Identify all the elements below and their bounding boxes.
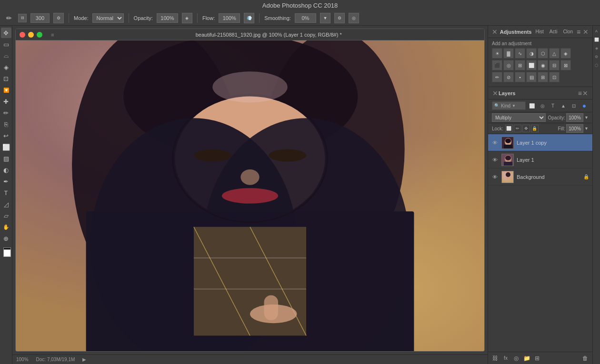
delete-layer-icon[interactable]: 🗑 <box>581 354 590 363</box>
add-fx-icon[interactable]: fx <box>501 354 510 363</box>
adj-pattern-icon[interactable]: ⊞ <box>538 72 548 82</box>
tool-wand[interactable]: ◈ <box>1 62 11 72</box>
far-right-icon-4[interactable]: ⚙ <box>593 53 600 60</box>
layers-list[interactable]: 👁 Layer 1 copy 👁 <box>488 134 592 352</box>
adj-bw-icon[interactable]: ⬛ <box>492 60 502 70</box>
tool-gradient[interactable]: ▨ <box>1 153 11 164</box>
lock-position-icon[interactable]: ✥ <box>522 125 530 132</box>
window-close-btn[interactable] <box>20 32 25 38</box>
tool-history-brush[interactable]: ↩ <box>1 130 11 141</box>
tool-heal[interactable]: ✚ <box>1 96 11 107</box>
opacity-dropdown[interactable]: ▼ <box>584 115 589 120</box>
tool-select-rect[interactable]: ▭ <box>1 39 11 49</box>
smoothing-dropdown[interactable]: ▼ <box>320 13 330 23</box>
pressure-icon[interactable]: ◎ <box>349 13 359 23</box>
adj-hsl-icon[interactable]: △ <box>549 48 560 59</box>
adj-smart-icon[interactable]: ⊡ <box>549 72 560 82</box>
adj-vibrance-icon[interactable]: ⬡ <box>538 48 548 59</box>
lock-transparent-icon[interactable]: ⬜ <box>505 125 513 132</box>
arrow-icon[interactable]: ▶ <box>82 357 86 362</box>
new-layer-icon[interactable]: ⊞ <box>533 354 541 363</box>
background-visibility[interactable]: 👁 <box>491 173 499 181</box>
adj-levels-icon[interactable]: ▓ <box>503 48 514 59</box>
filter-toggle[interactable]: ● <box>580 101 589 110</box>
filter-type-icon[interactable]: T <box>549 101 557 110</box>
adj-brightness-icon[interactable]: ☀ <box>492 48 502 59</box>
adj-invert-icon[interactable]: ◉ <box>538 60 548 70</box>
adj-colorbalance-icon[interactable]: ◈ <box>560 48 571 59</box>
background-color[interactable] <box>3 249 11 257</box>
adj-pen-icon[interactable]: ✏ <box>492 72 502 82</box>
layers-filter-input[interactable]: 🔍 Kind ▼ <box>492 101 526 110</box>
brush-size-value[interactable]: 300 <box>30 13 50 23</box>
tool-lasso[interactable]: ⌓ <box>1 50 11 61</box>
layers-close-btn[interactable]: ✕ <box>492 90 499 97</box>
tab-clon[interactable]: Clon <box>561 28 575 35</box>
filter-pixel-icon[interactable]: ⬜ <box>528 101 536 110</box>
lock-image-icon[interactable]: ✏ <box>514 125 521 132</box>
tool-eyedropper[interactable]: 🔽 <box>1 85 11 95</box>
link-layers-icon[interactable]: ⛓ <box>491 354 500 363</box>
tool-crop[interactable]: ⊡ <box>1 73 11 84</box>
tool-brush[interactable]: ✏ <box>1 108 11 118</box>
airbrush-icon[interactable]: 💨 <box>244 13 254 23</box>
fill-dropdown[interactable]: ▼ <box>584 126 589 131</box>
brush-tool-icon[interactable]: ✏ <box>4 13 14 23</box>
tool-dodge[interactable]: ◐ <box>1 165 11 175</box>
layers-menu-icon[interactable]: ≡ <box>578 89 582 97</box>
adj-invert2-icon[interactable]: ⊘ <box>503 72 514 82</box>
filter-shape-icon[interactable]: ▲ <box>559 101 568 110</box>
smoothing-settings-icon[interactable]: ⚙ <box>334 13 345 23</box>
adjustments-close-btn[interactable]: ✕ <box>492 29 498 35</box>
adj-gradient-icon[interactable]: ▤ <box>526 72 537 82</box>
opacity-input[interactable] <box>157 13 178 23</box>
new-group-icon[interactable]: 📁 <box>522 354 531 363</box>
far-right-icon-2[interactable]: ⬜ <box>593 36 600 43</box>
tool-hand[interactable]: ✋ <box>1 222 11 232</box>
tool-shape[interactable]: ▱ <box>1 210 11 221</box>
fill-value[interactable]: 100% <box>566 124 583 133</box>
tool-stamp[interactable]: ⎘ <box>1 119 11 129</box>
filter-adj-icon[interactable]: ◎ <box>538 101 547 110</box>
layer-item-1[interactable]: 👁 Layer 1 <box>488 151 592 168</box>
lock-artboard-icon[interactable]: 🔒 <box>531 125 539 132</box>
tool-type[interactable]: T <box>1 187 11 198</box>
tool-zoom[interactable]: ⊕ <box>1 233 11 244</box>
canvas-content[interactable] <box>16 40 484 351</box>
opacity-icon[interactable]: ◈ <box>182 13 192 23</box>
adj-threshold-icon[interactable]: ⊠ <box>560 60 571 70</box>
brush-preset-icon[interactable]: ⊟ <box>18 14 27 22</box>
blend-mode-select[interactable]: Multiply <box>492 113 546 122</box>
layer-item-copy[interactable]: 👁 Layer 1 copy <box>488 134 592 151</box>
far-right-icon-3[interactable]: ◈ <box>593 45 600 51</box>
add-mask-icon[interactable]: ◎ <box>512 354 520 363</box>
layer-item-background[interactable]: 👁 <box>488 168 592 186</box>
mode-select[interactable]: Normal <box>92 13 124 23</box>
adj-channel-icon[interactable]: ⊞ <box>515 60 525 70</box>
brush-settings-icon[interactable]: ⚙ <box>53 13 64 23</box>
tab-hist[interactable]: Hist <box>533 28 545 35</box>
adj-exposure-icon[interactable]: ◑ <box>526 48 537 59</box>
layer-copy-visibility[interactable]: 👁 <box>491 139 499 147</box>
filter-smart-icon[interactable]: ⊡ <box>570 101 578 110</box>
adj-curves-icon[interactable]: ∿ <box>515 48 525 59</box>
adj-solidcolor-icon[interactable]: ▪ <box>515 72 525 82</box>
adj-photo-icon[interactable]: ◎ <box>503 60 514 70</box>
tool-pen[interactable]: ✒ <box>1 176 11 187</box>
flow-input[interactable] <box>219 13 240 23</box>
opacity-value[interactable]: 100% <box>566 113 583 122</box>
adj-colorlookup-icon[interactable]: ⬜ <box>526 60 537 70</box>
adjustments-panel-close[interactable]: ✕ <box>582 29 589 35</box>
tool-eraser[interactable]: ⬜ <box>1 142 11 152</box>
window-minimize-btn[interactable] <box>28 32 34 38</box>
smoothing-input[interactable] <box>295 13 316 23</box>
tool-move[interactable]: ✥ <box>1 28 11 38</box>
far-right-icon-1[interactable]: A <box>593 28 600 34</box>
far-right-icon-5[interactable]: ⬡ <box>593 62 600 69</box>
adj-posterize-icon[interactable]: ⊟ <box>549 60 560 70</box>
layers-panel-close[interactable]: ✕ <box>582 90 589 97</box>
window-maximize-btn[interactable] <box>37 32 42 38</box>
tool-path[interactable]: ◿ <box>1 199 11 209</box>
adjustments-menu-icon[interactable]: ≡ <box>577 28 580 36</box>
layer-1-visibility[interactable]: 👁 <box>491 156 499 164</box>
